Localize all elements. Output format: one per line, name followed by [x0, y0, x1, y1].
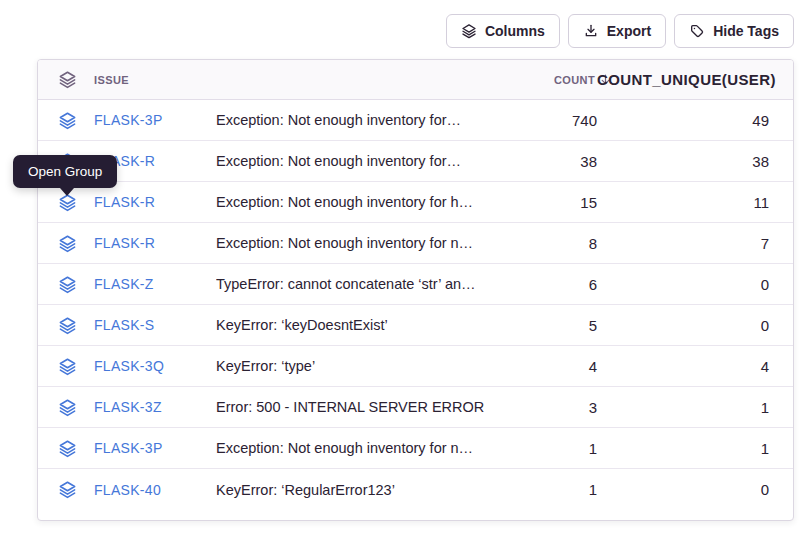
columns-button[interactable]: Columns — [446, 14, 560, 48]
count-unique-value: 1 — [597, 440, 793, 457]
table-row: FLASK-3Z Error: 500 - INTERNAL SERVER ER… — [38, 387, 793, 428]
table-row: FLASK-3P Exception: Not enough inventory… — [38, 100, 793, 141]
count-unique-value: 11 — [597, 194, 793, 211]
issue-title: KeyError: ‘type’ — [216, 358, 509, 374]
tag-icon — [689, 23, 705, 39]
header-count-unique[interactable]: COUNT_UNIQUE(USER) — [597, 71, 793, 88]
count-value: 8 — [509, 235, 597, 252]
issue-link[interactable]: FLASK-S — [94, 317, 216, 333]
export-button[interactable]: Export — [568, 14, 666, 48]
count-unique-value: 0 — [597, 276, 793, 293]
table-header: ISSUE COUNT COUNT_UNIQUE(USER) — [38, 60, 793, 100]
table-row: FLASK-3Q KeyError: ‘type’ 4 4 — [38, 346, 793, 387]
count-unique-value: 7 — [597, 235, 793, 252]
issue-link[interactable]: FLASK-Z — [94, 276, 216, 292]
count-value: 1 — [509, 440, 597, 457]
table-row: FLASK-R Exception: Not enough inventory … — [38, 182, 793, 223]
count-value: 1 — [509, 481, 597, 498]
table-row: FLASK-R Exception: Not enough inventory … — [38, 223, 793, 264]
count-unique-value: 38 — [597, 153, 793, 170]
issue-stack-icon[interactable] — [58, 111, 77, 130]
tooltip-caret — [60, 188, 74, 196]
count-unique-value: 1 — [597, 399, 793, 416]
issue-title: Exception: Not enough inventory for n… — [216, 235, 509, 251]
issue-link[interactable]: FLASK-3P — [94, 112, 216, 128]
export-button-label: Export — [607, 23, 651, 39]
columns-button-label: Columns — [485, 23, 545, 39]
hide-tags-button-label: Hide Tags — [713, 23, 779, 39]
count-value: 3 — [509, 399, 597, 416]
download-icon — [583, 23, 599, 39]
count-value: 38 — [509, 153, 597, 170]
table-row: FLASK-Z TypeError: cannot concatenate ‘s… — [38, 264, 793, 305]
issue-stack-icon[interactable] — [58, 398, 77, 417]
count-value: 5 — [509, 317, 597, 334]
table-row: FLASK-3P Exception: Not enough inventory… — [38, 428, 793, 469]
table-row: FLASK-R Exception: Not enough inventory … — [38, 141, 793, 182]
issue-title: Exception: Not enough inventory for… — [216, 153, 509, 169]
count-value: 15 — [509, 194, 597, 211]
issue-title: KeyError: ‘RegularError123’ — [216, 482, 509, 498]
hide-tags-button[interactable]: Hide Tags — [674, 14, 794, 48]
issue-stack-icon[interactable] — [58, 439, 77, 458]
issue-link[interactable]: FLASK-3P — [94, 440, 216, 456]
issue-link[interactable]: FLASK-3Z — [94, 399, 216, 415]
issue-title: Exception: Not enough inventory for h… — [216, 194, 509, 210]
issue-title: Exception: Not enough inventory for n… — [216, 440, 509, 456]
table-row: FLASK-40 KeyError: ‘RegularError123’ 1 0 — [38, 469, 793, 510]
count-unique-value: 0 — [597, 317, 793, 334]
issues-table: ISSUE COUNT COUNT_UNIQUE(USER) FLASK-3P … — [37, 59, 794, 521]
count-value: 4 — [509, 358, 597, 375]
table-row: FLASK-S KeyError: ‘keyDoesntExist’ 5 0 — [38, 305, 793, 346]
layers-icon — [58, 70, 77, 89]
count-unique-value: 0 — [597, 481, 793, 498]
issue-stack-icon[interactable] — [58, 357, 77, 376]
issue-title: Exception: Not enough inventory for… — [216, 112, 509, 128]
count-value: 6 — [509, 276, 597, 293]
issue-title: Error: 500 - INTERNAL SERVER ERROR — [216, 399, 509, 415]
issue-stack-icon[interactable] — [58, 316, 77, 335]
issue-link[interactable]: FLASK-3Q — [94, 358, 216, 374]
header-issue[interactable]: ISSUE — [94, 74, 216, 86]
issue-title: TypeError: cannot concatenate ‘str’ an… — [216, 276, 509, 292]
open-group-tooltip: Open Group — [13, 155, 117, 188]
issue-stack-icon[interactable] — [58, 480, 77, 499]
header-count-label: COUNT — [554, 74, 595, 86]
count-unique-value: 4 — [597, 358, 793, 375]
issue-title: KeyError: ‘keyDoesntExist’ — [216, 317, 509, 333]
issue-stack-icon[interactable] — [58, 234, 77, 253]
page: Columns Export Hide Tags ISSUE COUNT COU… — [0, 0, 807, 538]
header-count[interactable]: COUNT — [509, 73, 597, 86]
count-unique-value: 49 — [597, 112, 793, 129]
issue-link[interactable]: FLASK-R — [94, 194, 216, 210]
layers-icon — [461, 23, 477, 39]
issue-stack-icon[interactable] — [58, 275, 77, 294]
count-value: 740 — [509, 112, 597, 129]
issue-link[interactable]: FLASK-40 — [94, 482, 216, 498]
issue-link[interactable]: FLASK-R — [94, 235, 216, 251]
toolbar: Columns Export Hide Tags — [446, 14, 794, 48]
tooltip-label: Open Group — [28, 164, 102, 179]
